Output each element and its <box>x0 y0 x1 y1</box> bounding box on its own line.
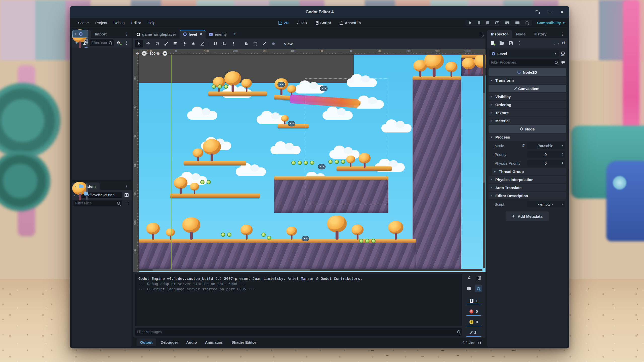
filesystem-row[interactable]: ▾res:// <box>73 183 88 190</box>
menu-debug[interactable]: Debug <box>110 21 128 25</box>
expander-icon[interactable]: ▾ <box>78 192 82 195</box>
history-icon[interactable]: ↺ <box>562 41 565 45</box>
bottom-tab-animation[interactable]: Animation <box>202 338 227 346</box>
open-docs-icon[interactable] <box>561 51 565 56</box>
inspector-options-icon[interactable] <box>561 61 565 64</box>
viewport-vscrollbar[interactable] <box>483 55 485 268</box>
scene-tab-enemy[interactable]: enemy <box>206 30 230 38</box>
save-resource-button[interactable] <box>507 40 514 46</box>
section-thread-group[interactable]: ▸Thread Group <box>492 168 566 175</box>
center-view-icon[interactable]: ✛ <box>136 51 139 56</box>
workspace-2d[interactable]: 2D <box>278 21 289 25</box>
add-metadata-button[interactable]: +Add Metadata <box>506 211 549 221</box>
expander-icon[interactable]: ▾ <box>74 32 77 36</box>
menu-editor[interactable]: Editor <box>128 21 144 25</box>
section-physics-interpolation[interactable]: ▸Physics Interpolation <box>489 176 566 183</box>
section-texture[interactable]: ▸Texture <box>489 109 566 116</box>
pivot-button[interactable] <box>180 40 188 48</box>
history-forward-icon[interactable]: › <box>557 41 559 46</box>
search-output-button[interactable] <box>475 285 482 292</box>
clear-output-button[interactable] <box>465 274 473 281</box>
menu-project[interactable]: Project <box>92 21 110 25</box>
scene-tab-game_singleplayer[interactable]: game_singleplayer <box>133 30 180 38</box>
ruler-mode-button[interactable] <box>198 40 207 48</box>
section-ordering[interactable]: ▸Ordering <box>489 101 566 108</box>
collapse-messages-button[interactable] <box>465 285 473 292</box>
dock-tab-import[interactable]: Import <box>91 30 111 38</box>
property-value-script[interactable]: <empty>▾ <box>527 201 565 207</box>
dock-tab-node[interactable]: Node <box>512 30 530 38</box>
scene-tree-row[interactable]: ▾Level <box>73 30 88 37</box>
node-selector[interactable]: Level ▾ <box>489 50 559 57</box>
attach-script-button[interactable]: ⚙ <box>115 39 122 46</box>
revert-icon[interactable]: ↺ <box>521 143 525 148</box>
view-menu[interactable]: View <box>281 41 296 47</box>
bottom-tab-debugger[interactable]: Debugger <box>157 338 182 346</box>
resource-menu-button[interactable]: ⋮ <box>516 40 523 46</box>
output-filter-input[interactable] <box>137 330 456 334</box>
filesystem-filter-input[interactable] <box>75 201 115 205</box>
minimize-icon[interactable] <box>548 12 552 12</box>
pause-button[interactable] <box>478 21 480 24</box>
section-visibility[interactable]: ▸Visibility <box>489 93 566 100</box>
section-transform[interactable]: ▸Transform <box>489 77 566 84</box>
property-value-mode[interactable]: Pausable▾ <box>527 142 565 149</box>
split-mode-button[interactable] <box>123 192 130 198</box>
section-auto-translate[interactable]: ▸Auto Translate <box>489 184 566 191</box>
skeleton-options-button[interactable] <box>269 40 277 48</box>
bottom-tab-output[interactable]: Output <box>137 338 156 346</box>
lock-button[interactable] <box>242 40 250 48</box>
renderer-dropdown[interactable]: Compatibility ▾ <box>537 21 565 25</box>
scene-tree-row[interactable]: ▾Grass <box>73 45 88 48</box>
zoom-level[interactable]: 100 % <box>150 52 160 56</box>
movie-maker-icon[interactable] <box>526 21 529 24</box>
workspace-assetlib[interactable]: AssetLib <box>340 21 361 25</box>
scene-tab-level[interactable]: level× <box>180 30 206 38</box>
workspace-3d[interactable]: 3D <box>297 21 307 25</box>
section-editor-description[interactable]: ▸Editor Description <box>489 192 566 199</box>
menu-scene[interactable]: Scene <box>75 21 92 25</box>
bottom-tab-audio[interactable]: Audio <box>183 338 200 346</box>
vertical-ruler[interactable]: 100200300400500600700 <box>133 55 139 272</box>
scene-tree-row[interactable]: TileMap <box>73 37 88 45</box>
scene-canvas[interactable] <box>139 55 486 272</box>
expand-bottom-panel-icon[interactable] <box>478 341 482 344</box>
scene-tree-menu-button[interactable]: ⋮ <box>123 39 130 46</box>
zoom-out-button[interactable]: − <box>142 51 147 56</box>
skeleton-button[interactable] <box>260 40 268 48</box>
rotate-mode-button[interactable] <box>153 40 161 48</box>
close-icon[interactable]: × <box>560 10 564 14</box>
edit-count-badge[interactable]: 2 <box>466 329 481 337</box>
list-select-button[interactable] <box>171 40 179 48</box>
stop-button[interactable] <box>486 21 489 24</box>
workspace-script[interactable]: Script <box>316 21 331 25</box>
filesystem-row[interactable]: ⚙enemy.gd <box>73 197 88 200</box>
fullscreen-icon[interactable] <box>536 10 540 14</box>
spinner-arrows[interactable]: ▴▾ <box>562 153 563 156</box>
close-tab-icon[interactable]: × <box>199 32 202 36</box>
2d-viewport[interactable]: -100010020030040050060070080090010001100… <box>133 49 486 272</box>
dock-tab-inspector[interactable]: Inspector <box>487 30 512 38</box>
play-scene-button[interactable] <box>505 21 509 24</box>
group-button[interactable] <box>251 40 259 48</box>
horizontal-ruler[interactable]: -100010020030040050060070080090010001100 <box>139 49 486 55</box>
viewport-hscrollbar[interactable] <box>139 269 482 271</box>
section-material[interactable]: ▸Material <box>489 117 566 124</box>
grid-snap-button[interactable] <box>220 40 228 48</box>
property-value-priority[interactable]: 0▴▾ <box>527 151 565 158</box>
scene-filter-input[interactable] <box>91 41 107 45</box>
dots-menu-icon[interactable]: ⋮ <box>123 30 131 38</box>
distraction-free-icon[interactable] <box>480 33 484 36</box>
new-scene-tab-button[interactable]: + <box>230 30 239 38</box>
zoom-in-button[interactable]: + <box>163 51 167 56</box>
info-count-badge[interactable]: 1 <box>466 297 481 305</box>
sort-files-button[interactable] <box>123 200 130 206</box>
move-mode-button[interactable] <box>144 40 152 48</box>
section-process[interactable]: ▾Process <box>489 133 566 141</box>
filesystem-row[interactable]: ▾enemy <box>73 190 88 197</box>
play-button[interactable] <box>469 21 472 25</box>
scale-mode-button[interactable] <box>162 40 170 48</box>
warning-count-badge[interactable]: 0 <box>466 318 481 326</box>
history-back-icon[interactable]: ‹ <box>553 41 555 46</box>
dots-menu-icon[interactable]: ⋮ <box>123 183 131 190</box>
